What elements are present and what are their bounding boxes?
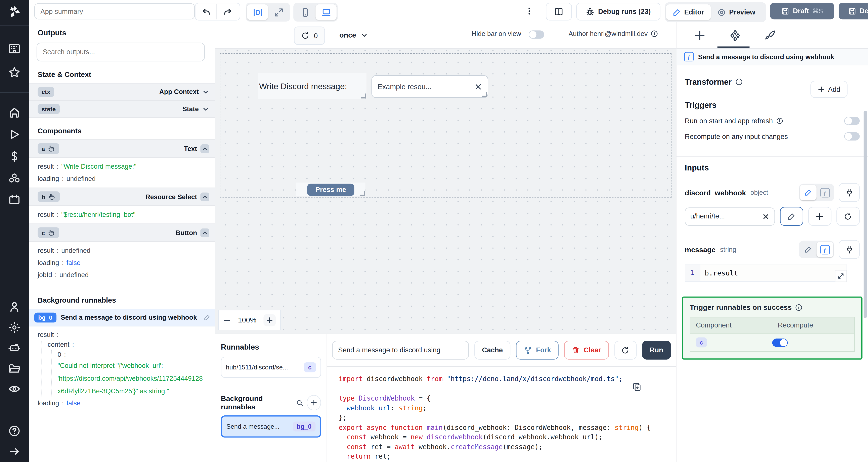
button-component-wrapper[interactable]: Press me	[296, 183, 365, 196]
copy-code-icon[interactable]	[632, 382, 642, 392]
star-icon[interactable]	[8, 66, 21, 79]
play-icon[interactable]	[8, 128, 21, 140]
output-kv: result:undefined	[29, 244, 215, 257]
app-canvas[interactable]: Write Discord message: Example resou... …	[215, 48, 676, 333]
expression-value: b.result	[700, 264, 846, 281]
press-me-button[interactable]: Press me	[307, 183, 354, 196]
input2-mode-toggle: f	[799, 240, 834, 258]
resource-select-component[interactable]: Example resou...	[372, 75, 488, 98]
refresh-resource-button[interactable]	[836, 207, 860, 226]
chevron-down-icon[interactable]	[202, 88, 209, 95]
info-icon[interactable]	[776, 117, 783, 125]
recompute-c-toggle[interactable]	[772, 338, 787, 346]
refresh-code-button[interactable]	[614, 341, 636, 360]
add-bg-runnable-button[interactable]	[306, 395, 321, 410]
kebab-menu-icon[interactable]	[525, 6, 534, 16]
bg0-row[interactable]: bg_0 Send a message to discord using web…	[29, 308, 215, 326]
cubes-icon[interactable]	[8, 172, 21, 184]
state-row[interactable]: state State	[29, 101, 215, 118]
debug-runs-button[interactable]: Debug runs (23)	[576, 3, 660, 21]
resize-handle[interactable]	[361, 94, 366, 99]
ctx-row[interactable]: ctx App Context	[29, 83, 215, 101]
info-icon[interactable]	[650, 30, 658, 38]
chevron-down-icon[interactable]	[202, 105, 209, 113]
zoom-out-button[interactable]	[223, 316, 231, 324]
arrow-right-icon[interactable]	[8, 446, 21, 458]
code-editor[interactable]: import discordwebhook from "https://deno…	[327, 366, 676, 462]
static-pen-icon[interactable]	[800, 242, 816, 257]
windmill-logo[interactable]	[7, 4, 22, 19]
runnable-item[interactable]: hub/1511/discord/se... c	[221, 357, 321, 378]
selected-runnable-header[interactable]: f Send a message to discord using webhoo…	[677, 48, 868, 65]
info-icon[interactable]	[795, 303, 803, 311]
home-icon[interactable]	[8, 106, 21, 119]
plug-icon-button[interactable]	[839, 183, 860, 202]
center-layout-icon[interactable]	[247, 4, 268, 20]
tab-editor[interactable]: Editor	[666, 4, 711, 20]
robot-icon[interactable]	[8, 342, 21, 354]
draft-button[interactable]: Draft ⌘S	[770, 3, 834, 20]
recompute-toggle[interactable]	[844, 132, 860, 140]
eye-icon[interactable]	[8, 383, 21, 395]
docs-button[interactable]	[546, 3, 572, 21]
person-icon[interactable]	[8, 301, 21, 313]
static-pen-icon[interactable]	[800, 185, 816, 200]
undo-button[interactable]	[195, 4, 217, 19]
run-on-start-toggle[interactable]	[844, 117, 860, 125]
run-button[interactable]: Run	[642, 341, 671, 360]
component-b-header[interactable]: b Resource Select	[29, 188, 215, 206]
eval-f-icon[interactable]: f	[816, 242, 833, 257]
calendar-icon[interactable]	[8, 194, 21, 206]
chevron-up-icon[interactable]	[200, 144, 209, 153]
folder-icon[interactable]	[8, 362, 21, 375]
bg-runnable-label: Send a message...	[226, 423, 279, 430]
tab-preview[interactable]: Preview	[711, 4, 762, 20]
zoom-in-button[interactable]	[264, 314, 276, 326]
help-icon[interactable]	[8, 425, 21, 437]
refresh-count-button[interactable]: 0	[294, 27, 325, 45]
output-kv: result:"$res:u/henri/testing_bot"	[29, 209, 215, 221]
add-transformer-button[interactable]: Add	[810, 81, 847, 98]
component-a-header[interactable]: a Text	[29, 139, 215, 158]
hand-pointer-icon	[49, 193, 56, 200]
desktop-icon[interactable]	[315, 4, 337, 20]
chevron-up-icon[interactable]	[200, 192, 209, 201]
fork-button[interactable]: Fork	[516, 341, 559, 360]
input1-value-select[interactable]: u/henri/te...	[685, 207, 775, 226]
input2-expression-editor[interactable]: 1 b.result	[685, 264, 846, 282]
search-icon[interactable]	[296, 399, 303, 406]
tab-insert-plus-icon[interactable]	[693, 29, 706, 41]
mobile-icon[interactable]	[294, 4, 316, 20]
clear-button[interactable]: Clear	[564, 341, 609, 360]
info-icon[interactable]	[735, 78, 743, 86]
resize-handle[interactable]	[360, 191, 365, 196]
chevron-up-icon[interactable]	[200, 228, 209, 237]
frequency-dropdown[interactable]: once	[334, 27, 374, 43]
expand-icon[interactable]	[268, 4, 289, 20]
dollar-icon[interactable]	[8, 151, 21, 163]
clear-x-icon[interactable]	[762, 212, 769, 220]
tab-settings-components-icon[interactable]	[729, 29, 741, 41]
apps-icon[interactable]	[8, 42, 21, 55]
scrollbar-thumb[interactable]	[864, 111, 867, 318]
app-summary-input[interactable]	[34, 3, 195, 20]
plug-icon-button[interactable]	[839, 240, 860, 259]
text-component[interactable]: Write Discord message:	[258, 73, 367, 99]
edit-resource-pencil-button[interactable]	[780, 207, 803, 226]
gear-icon[interactable]	[8, 322, 21, 334]
cache-button[interactable]: Cache	[474, 341, 511, 360]
search-outputs-input[interactable]	[37, 42, 205, 61]
component-c-header[interactable]: c Button	[29, 224, 215, 242]
edit-pencil-icon[interactable]	[204, 314, 210, 321]
expand-editor-icon[interactable]	[835, 270, 847, 282]
eval-f-icon[interactable]: f	[816, 185, 833, 200]
runnable-name-input[interactable]	[332, 341, 469, 360]
clear-x-icon[interactable]	[474, 83, 482, 91]
add-resource-button[interactable]	[808, 207, 831, 226]
resize-handle[interactable]	[482, 92, 487, 97]
hide-bar-toggle[interactable]	[529, 31, 544, 39]
bg-runnable-item-selected[interactable]: Send a message... bg_0	[221, 416, 321, 437]
redo-button[interactable]	[217, 4, 238, 19]
deploy-button[interactable]: Deploy	[839, 3, 868, 20]
tab-styling-brush-icon[interactable]	[764, 29, 776, 41]
